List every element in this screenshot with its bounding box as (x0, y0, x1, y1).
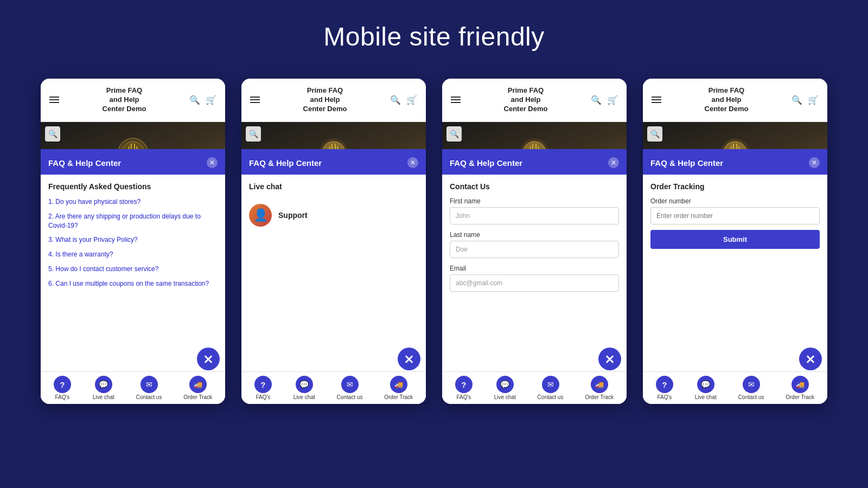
nav-order-4[interactable]: Order Track (786, 376, 814, 400)
close-circle-1[interactable] (197, 348, 220, 370)
phone-header-1: Prime FAQand HelpCenter Demo 🔍 🛒 (41, 79, 225, 122)
last-name-field: Last name (450, 231, 619, 258)
phone-header-3: Prime FAQand HelpCenter Demo 🔍 🛒 (442, 79, 627, 122)
faq-item-3[interactable]: 3. What is your Privacy Policy? (48, 235, 218, 245)
nav-contact-3[interactable]: Contact us (538, 376, 564, 400)
nav-chat-4[interactable]: Live chat (695, 376, 717, 400)
agent-name: Support (278, 211, 308, 220)
cart-icon-2[interactable]: 🛒 (406, 95, 417, 105)
nav-chat-2[interactable]: Live chat (293, 376, 315, 400)
header-icons-1: 🔍 🛒 (189, 95, 216, 105)
nav-order-2[interactable]: Order Track (384, 376, 413, 400)
contact-icon-2 (341, 376, 359, 393)
zoom-btn-1[interactable]: 🔍 (45, 126, 60, 142)
phone-faq: Prime FAQand HelpCenter Demo 🔍 🛒 (41, 79, 225, 404)
contact-title: Contact Us (450, 182, 619, 191)
nav-contact-2[interactable]: Contact us (337, 376, 363, 400)
search-icon-2[interactable]: 🔍 (390, 95, 401, 105)
hamburger-icon-3[interactable] (451, 97, 461, 103)
faq-item-4[interactable]: 4. Is there a warranty? (48, 250, 218, 259)
nav-label-order-1: Order Track (183, 394, 212, 400)
contact-icon-3 (542, 376, 559, 393)
faq-item-2[interactable]: 2. Are there any shipping or production … (48, 212, 218, 230)
phones-container: Prime FAQand HelpCenter Demo 🔍 🛒 (41, 79, 827, 404)
hamburger-icon-2[interactable] (250, 97, 260, 103)
header-icons-2: 🔍 🛒 (390, 95, 417, 105)
submit-button[interactable]: Submit (650, 230, 820, 249)
zoom-btn-2[interactable]: 🔍 (246, 126, 261, 142)
zoom-btn-4[interactable]: 🔍 (647, 126, 662, 142)
first-name-label: First name (450, 197, 619, 205)
nav-label-chat-3: Live chat (494, 394, 516, 400)
nav-chat-1[interactable]: Live chat (93, 376, 114, 400)
livechat-panel: FAQ & Help Center ✕ Live chat Support (241, 149, 426, 371)
nav-label-order-4: Order Track (786, 394, 814, 400)
panel-close-1[interactable]: ✕ (207, 157, 218, 168)
nav-order-3[interactable]: Order Track (585, 376, 614, 400)
phone-logo-4: Prime FAQand HelpCenter Demo (705, 86, 749, 114)
nav-contact-1[interactable]: Contact us (136, 376, 162, 400)
panel-body-1: Frequently Asked Questions 1. Do you hav… (41, 175, 225, 371)
nav-faq-1[interactable]: FAQ's (54, 376, 71, 400)
phone-order: Prime FAQand HelpCenter Demo 🔍 🛒 🔍 (643, 79, 827, 404)
nav-faq-3[interactable]: FAQ's (455, 376, 473, 400)
first-name-field: First name (450, 197, 619, 224)
close-circle-2[interactable] (398, 348, 420, 370)
truck-icon-1 (189, 376, 207, 393)
panel-title-3: FAQ & Help Center (450, 158, 522, 168)
question-icon-3 (455, 376, 473, 393)
nav-label-chat-2: Live chat (293, 394, 315, 400)
panel-body-3: Contact Us First name Last name Email (442, 175, 627, 371)
contact-panel: FAQ & Help Center ✕ Contact Us First nam… (442, 149, 627, 371)
faq-section-title-1: Frequently Asked Questions (48, 182, 218, 191)
panel-close-3[interactable]: ✕ (608, 157, 619, 168)
question-icon-4 (656, 376, 673, 393)
nav-chat-3[interactable]: Live chat (494, 376, 516, 400)
nav-label-faq-3: FAQ's (456, 394, 471, 400)
faq-item-6[interactable]: 6. Can I use multiple coupons on the sam… (48, 279, 218, 288)
chat-icon-3 (496, 376, 514, 393)
hamburger-icon-1[interactable] (49, 97, 59, 103)
hamburger-icon-4[interactable] (652, 97, 661, 103)
nav-faq-2[interactable]: FAQ's (254, 376, 272, 400)
faq-panel-1: FAQ & Help Center ✕ Frequently Asked Que… (41, 149, 225, 371)
nav-label-faq-4: FAQ's (657, 394, 672, 400)
cart-icon-1[interactable]: 🛒 (206, 95, 216, 105)
panel-header-3: FAQ & Help Center ✕ (442, 151, 627, 175)
phone-header-2: Prime FAQand HelpCenter Demo 🔍 🛒 (241, 79, 426, 122)
nav-faq-4[interactable]: FAQ's (656, 376, 673, 400)
faq-item-5[interactable]: 5. How do I contact customer service? (48, 265, 218, 274)
cart-icon-3[interactable]: 🛒 (607, 95, 618, 105)
phone-logo-2: Prime FAQand HelpCenter Demo (303, 86, 347, 114)
bottom-nav-3: FAQ's Live chat Contact us Order Track (442, 371, 627, 404)
truck-icon-3 (591, 376, 608, 393)
panel-close-4[interactable]: ✕ (809, 157, 820, 168)
bottom-nav-2: FAQ's Live chat Contact us Order Track (241, 371, 426, 404)
zoom-btn-3[interactable]: 🔍 (446, 126, 462, 142)
panel-title-2: FAQ & Help Center (249, 158, 322, 168)
search-icon-4[interactable]: 🔍 (792, 95, 802, 105)
search-icon-3[interactable]: 🔍 (591, 95, 602, 105)
nav-label-chat-4: Live chat (695, 394, 717, 400)
nav-contact-4[interactable]: Contact us (738, 376, 764, 400)
nav-label-faq-1: FAQ's (55, 394, 69, 400)
nav-label-contact-3: Contact us (538, 394, 564, 400)
search-icon-1[interactable]: 🔍 (189, 95, 200, 105)
livechat-agent: Support (249, 197, 418, 233)
contact-icon-1 (141, 376, 158, 393)
close-circle-3[interactable] (598, 348, 621, 370)
nav-label-contact-1: Contact us (136, 394, 162, 400)
cart-icon-4[interactable]: 🛒 (808, 95, 819, 105)
last-name-input[interactable] (450, 241, 619, 258)
nav-order-1[interactable]: Order Track (183, 376, 212, 400)
close-circle-4[interactable] (799, 348, 822, 370)
panel-header-1: FAQ & Help Center ✕ (41, 151, 225, 175)
panel-close-2[interactable]: ✕ (407, 157, 418, 168)
order-number-input[interactable] (650, 207, 820, 224)
faq-item-1[interactable]: 1. Do you have physical stores? (48, 197, 218, 207)
first-name-input[interactable] (450, 207, 619, 224)
nav-label-order-3: Order Track (585, 394, 614, 400)
bottom-nav-1: FAQ's Live chat Contact us Order Track (41, 371, 225, 404)
panel-title-4: FAQ & Help Center (650, 158, 723, 168)
email-input[interactable] (450, 274, 619, 292)
